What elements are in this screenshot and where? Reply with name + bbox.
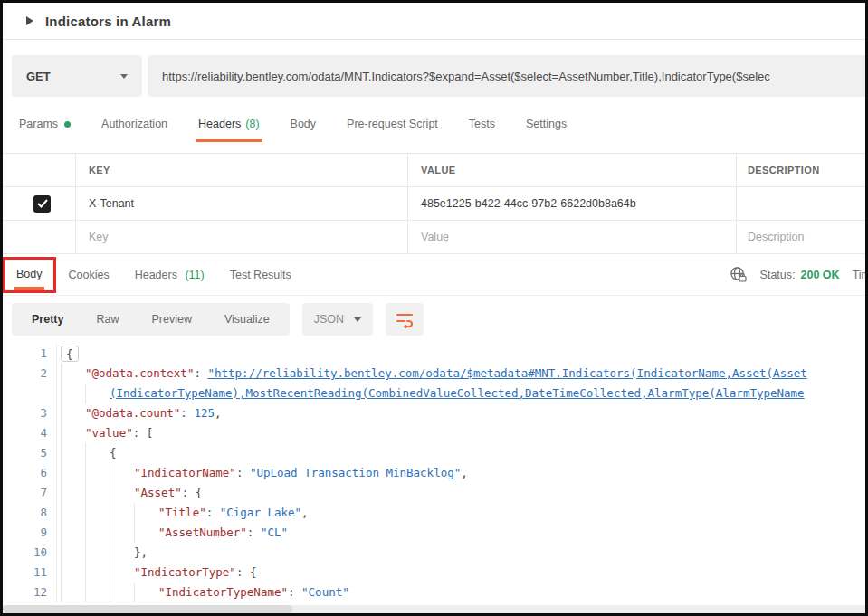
wrap-text-icon — [395, 310, 415, 328]
method-selector[interactable]: GET — [12, 55, 142, 97]
indent-guide — [61, 364, 85, 384]
value-placeholder[interactable]: Value — [421, 231, 449, 243]
code-token-link: (IndicatorTypeName),MostRecentReading(Co… — [110, 384, 805, 403]
params-green-dot-icon — [64, 121, 71, 128]
view-mode-preview[interactable]: Preview — [135, 303, 207, 336]
tab-body-label: Body — [291, 118, 317, 130]
description-placeholder[interactable]: Description — [748, 231, 805, 243]
column-header-description: DESCRIPTION — [748, 165, 820, 175]
code-token-p: : — [206, 503, 220, 523]
code-line: 1{ — [3, 344, 865, 364]
code-token-key: "@odata.count" — [85, 403, 180, 423]
code-content: "IndicatorTypeName": "Count" — [57, 583, 349, 602]
collection-header: Indicators in Alarm — [3, 3, 865, 40]
tab-headers[interactable]: Headers (8) — [198, 109, 260, 142]
response-tab-headers[interactable]: Headers (11) — [135, 269, 205, 281]
code-token-str: "UpLoad Transaction MinBacklog" — [250, 463, 461, 483]
indent-guide — [110, 563, 134, 583]
code-line: (IndicatorTypeName),MostRecentReading(Co… — [3, 384, 865, 403]
format-selector-label: JSON — [314, 313, 344, 326]
indent-guide — [61, 423, 85, 443]
tab-pre-request-script-label: Pre-request Script — [347, 118, 438, 130]
indent-guide — [61, 563, 85, 583]
row-checkbox[interactable] — [33, 195, 51, 213]
indent-guide — [85, 483, 110, 503]
code-line: 7"Asset": { — [3, 483, 865, 503]
response-view-toolbar: Pretty Raw Preview Visualize JSON — [12, 303, 865, 336]
fold-marker[interactable]: { — [61, 346, 79, 362]
key-placeholder[interactable]: Key — [89, 231, 109, 243]
code-token-key: "value" — [85, 423, 133, 443]
line-number: 5 — [3, 443, 57, 463]
format-selector[interactable]: JSON — [302, 303, 373, 336]
response-tab-headers-label: Headers — [135, 269, 177, 281]
code-content: "@odata.context": "http://reliability.be… — [57, 364, 807, 384]
url-input[interactable]: https://reliability.bentley.com/odata/MN… — [148, 55, 865, 97]
network-globe-lock-icon[interactable] — [729, 265, 748, 284]
line-number: 4 — [3, 423, 57, 443]
collapse-arrow-icon[interactable] — [26, 16, 33, 25]
code-content: "AssetNumber": "CL" — [57, 523, 288, 543]
indent-guide — [110, 463, 134, 483]
code-content: }, — [57, 543, 148, 563]
horizontal-scrollbar[interactable] — [3, 605, 865, 613]
checkmark-icon — [37, 199, 48, 208]
code-token-p: { — [110, 443, 117, 463]
line-number: 12 — [3, 583, 57, 602]
header-key-cell[interactable]: X-Tenant — [89, 197, 134, 210]
line-number: 6 — [3, 463, 57, 483]
header-value-cell[interactable]: 485e1225-b422-44cc-97b2-6622d0b8a64b — [421, 197, 636, 210]
tab-pre-request-script[interactable]: Pre-request Script — [347, 109, 438, 142]
collection-title[interactable]: Indicators in Alarm — [45, 14, 171, 29]
code-token-str: "Count" — [301, 583, 349, 602]
response-tab-cookies[interactable]: Cookies — [69, 269, 110, 281]
indent-guide — [110, 583, 134, 602]
line-number: 7 — [3, 483, 57, 503]
indent-guide — [85, 543, 110, 563]
indent-guide — [61, 443, 85, 463]
indent-guide — [85, 563, 110, 583]
scrollbar-thumb[interactable] — [3, 605, 292, 613]
code-line: 10}, — [3, 543, 865, 563]
table-header-row: KEY VALUE DESCRIPTION — [3, 154, 865, 187]
tab-params[interactable]: Params — [19, 109, 71, 142]
indent-guide — [134, 523, 158, 543]
code-token-p: : { — [182, 483, 203, 503]
code-content: { — [57, 443, 117, 463]
code-line: 5{ — [3, 443, 865, 463]
code-token-p: : — [180, 403, 194, 423]
indent-guide — [61, 483, 85, 503]
tab-headers-label: Headers — [198, 118, 241, 130]
response-tab-test-results[interactable]: Test Results — [230, 269, 291, 281]
chevron-down-icon — [354, 317, 361, 322]
tab-settings[interactable]: Settings — [526, 109, 567, 142]
tab-authorization-label: Authorization — [101, 118, 167, 130]
view-mode-pretty[interactable]: Pretty — [15, 303, 80, 336]
code-content: "Asset": { — [57, 483, 202, 503]
code-line: 12"IndicatorTypeName": "Count" — [3, 583, 865, 602]
tab-authorization[interactable]: Authorization — [101, 109, 167, 142]
indent-guide — [110, 503, 134, 523]
wrap-lines-button[interactable] — [386, 303, 424, 336]
code-line: 6"IndicatorName": "UpLoad Transaction Mi… — [3, 463, 865, 483]
indent-guide — [85, 503, 110, 523]
status-value: 200 OK — [801, 269, 840, 281]
view-mode-visualize[interactable]: Visualize — [208, 303, 286, 336]
code-token-num: 125 — [194, 403, 215, 423]
code-token-key: "IndicatorTypeName" — [158, 583, 288, 602]
line-number: 11 — [3, 563, 57, 583]
tab-tests[interactable]: Tests — [469, 109, 495, 142]
response-tab-body[interactable]: Body — [14, 268, 44, 290]
tab-body[interactable]: Body — [291, 109, 317, 142]
view-mode-raw[interactable]: Raw — [80, 303, 135, 336]
code-token-p: , — [215, 403, 222, 423]
table-row-empty: Key Value Description — [3, 221, 865, 254]
code-token-p: : — [247, 523, 261, 543]
indent-guide — [61, 403, 85, 423]
line-number — [3, 384, 57, 403]
code-token-p: , — [461, 463, 468, 483]
indent-guide — [85, 523, 110, 543]
code-line: 4"value": [ — [3, 423, 865, 443]
response-tabs-row: Body Cookies Headers (11) Test Results S… — [3, 254, 865, 296]
indent-guide — [85, 384, 110, 403]
